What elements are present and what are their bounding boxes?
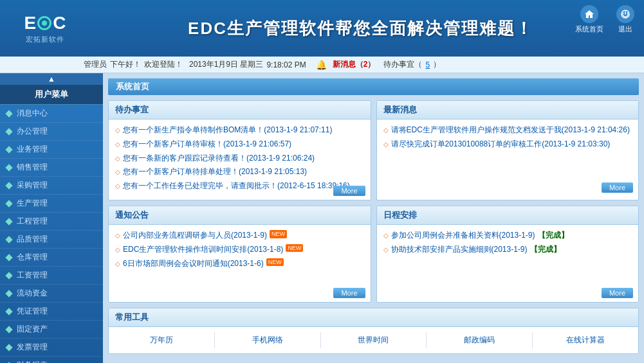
schedule-item-1[interactable]: ◇ 参加公司周例会并准备相关资料(2013-1-9) 【完成】 xyxy=(383,230,632,241)
content-area: 系统首页 待办事宜 ◇ 您有一个新生产指令单待制作BOM清单！(2013-1-9… xyxy=(103,73,644,363)
tool-postal[interactable]: 邮政编码 xyxy=(427,332,533,348)
todo-item-4[interactable]: ◇ 您有一个新客户订单待排单处理！(2013-1-9 21:05:13) xyxy=(115,166,364,177)
sidebar-item-production[interactable]: 生产管理 xyxy=(0,195,103,213)
header: E C 宏拓新软件 EDC生产管理软件帮您全面解决管理难题！ 系统首页 xyxy=(0,0,644,57)
home-icon xyxy=(580,5,598,23)
todo-item-1[interactable]: ◇ 您有一个新生产指令单待制作BOM清单！(2013-1-9 21:07:11) xyxy=(115,125,364,136)
schedule-item-2[interactable]: ◇ 协助技术部安排产品实施细则(2013-1-9) 【完成】 xyxy=(383,244,632,255)
invoice-icon xyxy=(5,344,12,351)
sidebar-item-office[interactable]: 办公管理 xyxy=(0,123,103,141)
diamond-icon: ◇ xyxy=(115,126,120,135)
sidebar-item-engineering[interactable]: 工程管理 xyxy=(0,213,103,231)
notice-item-2[interactable]: ◇ EDC生产管理软件操作培训时间安排(2013-1-8) NEW xyxy=(115,244,364,255)
sidebar-item-label: 财务报表 xyxy=(17,360,48,363)
logo-c-letter: C xyxy=(53,13,66,33)
sidebar-item-sales[interactable]: 销售管理 xyxy=(0,159,103,177)
production-icon xyxy=(5,200,12,207)
sidebar-item-voucher[interactable]: 凭证管理 xyxy=(0,303,103,321)
statusbar-time: 9:18:02 PM xyxy=(266,60,306,69)
sidebar-item-label: 工程管理 xyxy=(17,216,48,227)
quality-icon xyxy=(5,236,12,243)
logo-area: E C 宏拓新软件 xyxy=(6,4,84,53)
engineering-icon xyxy=(5,218,12,225)
todo-more-button[interactable]: More xyxy=(333,186,365,196)
sidebar-item-funds[interactable]: 流动资金 xyxy=(0,285,103,303)
panels-grid-top: 待办事宜 ◇ 您有一个新生产指令单待制作BOM清单！(2013-1-9 21:0… xyxy=(108,100,639,200)
sidebar-item-label: 采购管理 xyxy=(17,180,48,191)
diamond-icon: ◇ xyxy=(115,260,120,269)
schedule-more-button[interactable]: More xyxy=(602,288,633,298)
tool-calendar[interactable]: 万年历 xyxy=(109,332,215,348)
sidebar-item-label: 生产管理 xyxy=(17,198,48,209)
statusbar-date: 2013年1月9日 星期三 xyxy=(189,59,263,70)
tools-panel: 常用工具 万年历 手机网络 世界时间 邮政编码 在线计算器 xyxy=(108,308,639,354)
diamond-icon: ◇ xyxy=(115,168,120,177)
voucher-icon xyxy=(5,308,12,315)
logo-subtitle: 宏拓新软件 xyxy=(26,35,64,44)
tool-worldtime[interactable]: 世界时间 xyxy=(321,332,427,348)
schedule-panel: 日程安排 ◇ 参加公司周例会并准备相关资料(2013-1-9) 【完成】 ◇ 协… xyxy=(376,206,639,303)
sidebar-item-label: 品质管理 xyxy=(17,234,48,245)
sidebar-item-label: 固定资产 xyxy=(17,324,48,335)
sidebar-header: 用户菜单 xyxy=(0,85,103,105)
page-title: 系统首页 xyxy=(108,78,639,95)
diamond-icon: ◇ xyxy=(383,140,389,149)
main-layout: ▲ 用户菜单 消息中心 办公管理 业务管理 销售管理 采购管理 生产管理 工程 xyxy=(0,73,644,363)
new-msg-label[interactable]: 新消息（2） xyxy=(333,59,376,70)
todo-item-2[interactable]: ◇ 您有一个新客户订单待审核！(2013-1-9 21:06:57) xyxy=(115,139,364,150)
tool-calculator[interactable]: 在线计算器 xyxy=(533,332,638,348)
complete-tag: 【完成】 xyxy=(530,244,561,255)
sidebar-item-invoice[interactable]: 发票管理 xyxy=(0,339,103,357)
logo-o-inner xyxy=(42,21,47,26)
home-button[interactable]: 系统首页 xyxy=(575,5,603,34)
purchase-icon xyxy=(5,182,12,189)
notice-item-3[interactable]: ◇ 6日市场部周例会会议时间通知(2013-1-6) NEW xyxy=(115,258,364,269)
home-label: 系统首页 xyxy=(575,24,603,34)
news-panel-body: ◇ 请将EDC生产管理软件用户操作规范文档发送于我(2013-1-9 21:04… xyxy=(377,120,639,197)
diamond-icon: ◇ xyxy=(115,231,120,240)
diamond-icon: ◇ xyxy=(115,154,120,163)
diamond-icon: ◇ xyxy=(383,126,389,135)
sidebar-item-salary[interactable]: 工资管理 xyxy=(0,267,103,285)
complete-tag: 【完成】 xyxy=(538,230,569,241)
sidebar-item-finance[interactable]: 财务报表 xyxy=(0,357,103,363)
sidebar-item-label: 工资管理 xyxy=(17,270,48,281)
todo-item-5[interactable]: ◇ 您有一个工作任务已处理完毕，请查阅批示！(2012-6-15 18:39:1… xyxy=(115,181,364,191)
sidebar-item-purchase[interactable]: 采购管理 xyxy=(0,177,103,195)
business-icon xyxy=(5,146,12,153)
news-more-button[interactable]: More xyxy=(602,182,633,193)
notice-item-1[interactable]: ◇ 公司内部业务流程调研参与人员(2013-1-9) NEW xyxy=(115,230,364,241)
sidebar-item-label: 凭证管理 xyxy=(17,306,48,317)
notice-panel: 通知公告 ◇ 公司内部业务流程调研参与人员(2013-1-9) NEW ◇ ED… xyxy=(108,206,371,303)
diamond-icon: ◇ xyxy=(383,245,389,254)
notice-more-button[interactable]: More xyxy=(333,288,365,298)
todo-item-3[interactable]: ◇ 您有一条新的客户跟踪记录待查看！(2013-1-9 21:06:24) xyxy=(115,153,364,164)
statusbar-greeting: 下午好！ xyxy=(110,59,141,70)
notice-panel-body: ◇ 公司内部业务流程调研参与人员(2013-1-9) NEW ◇ EDC生产管理… xyxy=(109,225,371,302)
sidebar-item-quality[interactable]: 品质管理 xyxy=(0,231,103,249)
diamond-icon: ◇ xyxy=(115,182,120,191)
assets-icon xyxy=(5,326,12,333)
sidebar-item-assets[interactable]: 固定资产 xyxy=(0,321,103,339)
news-panel-header: 最新消息 xyxy=(377,101,639,120)
new-tag: NEW xyxy=(286,244,303,252)
news-item-1[interactable]: ◇ 请将EDC生产管理软件用户操作规范文档发送于我(2013-1-9 21:04… xyxy=(383,125,632,136)
header-right: 系统首页 退出 xyxy=(575,5,634,34)
logout-button[interactable]: 退出 xyxy=(616,5,634,34)
header-title: EDC生产管理软件帮您全面解决管理难题！ xyxy=(84,17,638,40)
sidebar-item-warehouse[interactable]: 仓库管理 xyxy=(0,249,103,267)
sidebar-item-messages[interactable]: 消息中心 xyxy=(0,105,103,123)
logout-label: 退出 xyxy=(618,24,632,34)
logo-edc: E C xyxy=(24,13,66,33)
tool-mobile[interactable]: 手机网络 xyxy=(215,332,321,348)
new-tag: NEW xyxy=(266,258,284,267)
sidebar-item-label: 仓库管理 xyxy=(17,252,48,263)
message-icon xyxy=(5,110,12,117)
sidebar-item-business[interactable]: 业务管理 xyxy=(0,141,103,159)
new-tag: NEW xyxy=(270,230,287,238)
todo-count[interactable]: 5 xyxy=(425,60,430,69)
diamond-icon: ◇ xyxy=(115,140,120,149)
news-item-2[interactable]: ◇ 请尽快完成订单2013010088订单的审核工作(2013-1-9 21:0… xyxy=(383,139,632,150)
statusbar: 管理员 下午好！ 欢迎登陆！ 2013年1月9日 星期三 9:18:02 PM … xyxy=(0,57,644,73)
sidebar-up-arrow[interactable]: ▲ xyxy=(0,73,103,85)
